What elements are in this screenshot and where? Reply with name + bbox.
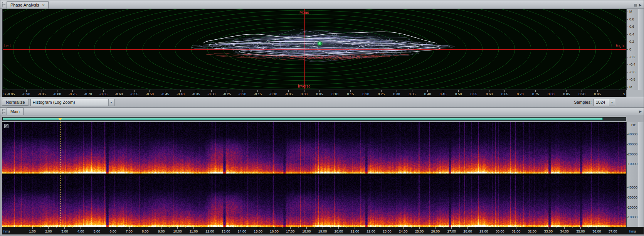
- time-tick: [193, 227, 194, 229]
- axis-tick: [627, 187, 628, 188]
- axis-tick-label: 0.40: [424, 93, 431, 96]
- axis-tick-label: -0.60: [115, 93, 123, 96]
- axis-tick: [627, 64, 628, 65]
- panel-grip-handle[interactable]: [2, 109, 5, 114]
- time-tick-minor: [169, 227, 170, 228]
- axis-tick: [627, 19, 628, 20]
- time-tick: [274, 227, 274, 229]
- phase-y-axis: M0.80.60.40.20-0.2-0.4-0.6-0.8M: [626, 9, 638, 90]
- time-ruler[interactable]: hms1:002:003:004:005:006:007:008:009:001…: [2, 227, 644, 234]
- time-tick-label: 16:00: [270, 230, 279, 233]
- axis-tick-label: -0.65: [99, 93, 108, 96]
- zoom-range-bar[interactable]: [2, 117, 626, 121]
- close-icon[interactable]: ×: [42, 3, 45, 7]
- time-tick-minor: [346, 227, 347, 228]
- axis-tick-label: -0.85: [38, 93, 46, 96]
- axis-tick-label: 0.05: [316, 93, 323, 96]
- axis-tick: [520, 90, 520, 92]
- tab-phase-analysis[interactable]: Phase Analysis ×: [7, 1, 49, 8]
- time-tick-label: 12:00: [205, 230, 214, 233]
- axis-end-label: S: [623, 93, 625, 96]
- time-tick: [435, 227, 435, 229]
- chevron-down-icon[interactable]: ▼: [108, 99, 114, 106]
- time-tick: [48, 227, 49, 229]
- time-tick-label: 23:00: [383, 230, 392, 233]
- time-tick: [210, 227, 210, 229]
- time-tick-minor: [153, 227, 153, 228]
- axis-tick: [397, 90, 397, 92]
- panel-menu-arrow-icon[interactable]: ▶: [639, 3, 642, 7]
- time-tick-label: 14:00: [238, 230, 247, 233]
- samples-label: Samples:: [574, 100, 592, 105]
- axis-tick-label: -0.80: [53, 93, 61, 96]
- freq-tick-label: 20000: [628, 153, 637, 156]
- range-row: [2, 115, 644, 122]
- axis-tick-label: 0.2: [629, 40, 634, 44]
- axis-tick-label: 0.65: [501, 93, 508, 96]
- display-mode-select[interactable]: Histogram (Log Zoom) ▼: [30, 99, 114, 106]
- samples-select[interactable]: 1024 ▼: [594, 99, 615, 106]
- grabber-icon[interactable]: [4, 124, 8, 128]
- time-tick: [32, 227, 33, 229]
- axis-tick: [627, 27, 628, 27]
- time-tick-label: 7:00: [126, 230, 133, 233]
- time-tick-label: 31:00: [512, 230, 521, 233]
- time-tick: [419, 227, 420, 229]
- audio-workspace: Phase Analysis × ▤ ▶ Mono Inverse Left R…: [0, 0, 644, 236]
- spectrogram-left-channel[interactable]: [2, 122, 626, 174]
- axis-tick: [627, 87, 628, 88]
- time-tick-label: 10:00: [173, 230, 182, 233]
- axis-tick: [582, 90, 582, 92]
- chevron-down-icon[interactable]: ▼: [609, 99, 615, 106]
- playhead-marker[interactable]: [58, 118, 62, 123]
- time-unit-label: hms: [629, 230, 636, 233]
- time-tick-label: 19:00: [318, 230, 327, 233]
- axis-tick: [566, 90, 567, 92]
- tab-phase-analysis-label: Phase Analysis: [10, 3, 39, 7]
- axis-tick-label: -0.20: [239, 93, 247, 96]
- main-scroll-strip[interactable]: [638, 122, 644, 227]
- freq-tick-label: 30000: [628, 143, 637, 146]
- panel-options-icon[interactable]: ▤: [634, 3, 637, 7]
- axis-tick-label: -0.70: [84, 93, 92, 96]
- time-tick-label: 30:00: [496, 230, 504, 233]
- axis-tick-label: -0.75: [69, 93, 77, 96]
- time-tick-minor: [121, 227, 121, 228]
- spectral-display[interactable]: [2, 122, 626, 227]
- normalize-button[interactable]: Normalize: [2, 99, 29, 106]
- time-tick-label: 26:00: [431, 230, 440, 233]
- time-tick: [242, 227, 242, 229]
- time-tick-minor: [476, 227, 476, 228]
- axis-tick-label: 0.70: [517, 93, 524, 96]
- panel-grip-handle[interactable]: [2, 2, 5, 7]
- time-tick-label: 22:00: [367, 230, 375, 233]
- axis-tick-label: M: [629, 10, 632, 13]
- time-tick: [81, 227, 81, 229]
- axis-end-label: S: [3, 93, 6, 96]
- time-tick-label: 3:00: [61, 230, 68, 233]
- tab-main[interactable]: Main: [7, 108, 24, 115]
- axis-tick: [597, 90, 598, 92]
- time-tick-minor: [250, 227, 250, 228]
- panel-menu-arrow-icon[interactable]: ▶: [639, 110, 642, 113]
- time-tick-label: 17:00: [286, 230, 295, 233]
- mono-label: Mono: [299, 10, 309, 15]
- time-tick-label: 29:00: [479, 230, 488, 233]
- phase-scroll-strip[interactable]: [638, 9, 644, 90]
- time-tick-label: 32:00: [528, 230, 537, 233]
- time-tick-minor: [282, 227, 282, 228]
- axis-tick: [165, 90, 165, 92]
- zoom-range-fill[interactable]: [3, 118, 603, 120]
- phase-scope-row: Mono Inverse Left Right M0.80.60.40.20-0…: [2, 9, 644, 90]
- spectrogram-right-channel[interactable]: [2, 175, 626, 227]
- phase-scope-canvas: [3, 9, 626, 89]
- time-tick-minor: [605, 227, 605, 228]
- time-tick-minor: [540, 227, 540, 228]
- axis-tick: [381, 90, 382, 92]
- samples-value: 1024: [594, 99, 609, 106]
- axis-tick: [350, 90, 351, 92]
- freq-unit-label: Hz: [631, 123, 636, 127]
- phase-x-ruler: S-0.95-0.90-0.85-0.80-0.75-0.70-0.65-0.6…: [2, 90, 626, 97]
- display-mode-value: Histogram (Log Zoom): [31, 99, 108, 106]
- axis-tick: [134, 90, 135, 92]
